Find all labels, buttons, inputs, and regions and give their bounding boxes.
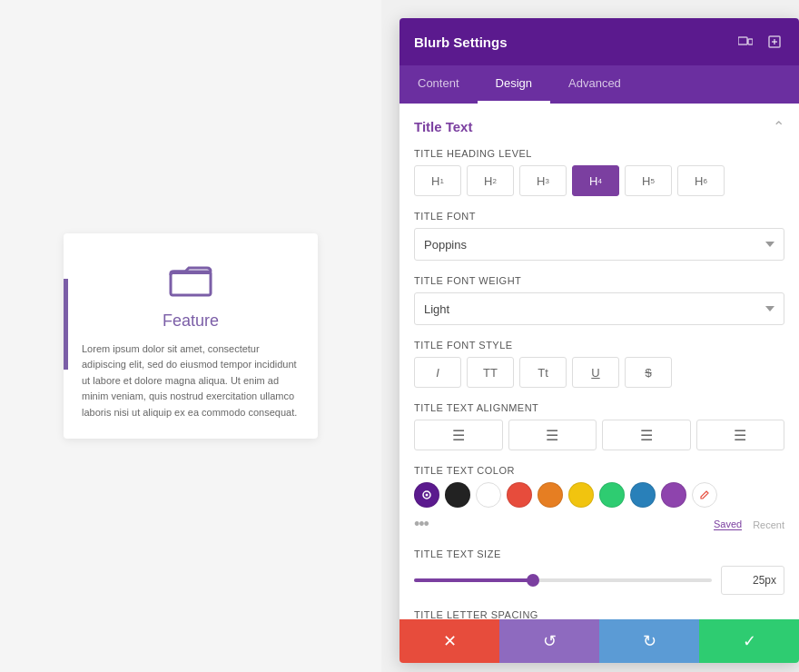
preview-area: Feature Lorem ipsum dolor sit amet, cons… bbox=[0, 0, 381, 672]
font-weight-label: Title Font Weight bbox=[414, 275, 784, 286]
color-red[interactable] bbox=[507, 482, 532, 508]
letter-spacing-label: Title Letter Spacing bbox=[414, 609, 784, 619]
font-group: Title Font Poppins bbox=[414, 211, 784, 261]
refresh-button[interactable]: ↻ bbox=[599, 619, 699, 663]
font-label: Title Font bbox=[414, 211, 784, 222]
color-edit[interactable] bbox=[692, 482, 717, 508]
tab-design[interactable]: Design bbox=[478, 65, 550, 104]
heading-buttons: H1 H2 H3 H4 H5 H6 bbox=[414, 165, 784, 196]
color-blue[interactable] bbox=[630, 482, 656, 508]
align-buttons: ☰ ☰ ☰ ☰ bbox=[414, 420, 784, 450]
heading-h6[interactable]: H6 bbox=[677, 165, 725, 196]
heading-h1[interactable]: H1 bbox=[414, 165, 461, 196]
svg-point-8 bbox=[426, 494, 429, 497]
heading-h3[interactable]: H3 bbox=[519, 165, 567, 196]
section-collapse-icon[interactable]: ⌃ bbox=[773, 118, 784, 135]
tab-advanced[interactable]: Advanced bbox=[550, 65, 639, 104]
font-select[interactable]: Poppins bbox=[414, 228, 784, 261]
responsive-icon[interactable] bbox=[735, 32, 755, 52]
align-right[interactable]: ☰ bbox=[602, 420, 691, 450]
panel-footer: ✕ ↺ ↻ ✓ bbox=[400, 619, 799, 663]
text-size-group: Title Text Size 25px bbox=[414, 548, 784, 595]
text-color-group: Title Text Color bbox=[414, 465, 784, 534]
color-more-btn[interactable]: ••• bbox=[414, 515, 429, 534]
align-justify[interactable]: ☰ bbox=[696, 420, 785, 450]
text-size-slider-row: 25px bbox=[414, 566, 784, 595]
align-left[interactable]: ☰ bbox=[414, 420, 503, 450]
font-style-label: Title Font Style bbox=[414, 340, 784, 351]
panel-title: Blurb Settings bbox=[414, 35, 508, 50]
color-black[interactable] bbox=[445, 482, 470, 508]
heading-h5[interactable]: H5 bbox=[625, 165, 672, 196]
style-buttons: I TT Tt U $ bbox=[414, 357, 784, 388]
heading-h2[interactable]: H2 bbox=[467, 165, 514, 196]
blurb-icon bbox=[169, 261, 212, 302]
text-color-label: Title Text Color bbox=[414, 465, 784, 476]
text-alignment-group: Title Text Alignment ☰ ☰ ☰ ☰ bbox=[414, 402, 784, 450]
letter-spacing-group: Title Letter Spacing -1px bbox=[414, 609, 784, 619]
panel-header: Blurb Settings bbox=[400, 18, 799, 65]
blurb-text: Lorem ipsum dolor sit amet, consectetur … bbox=[82, 341, 300, 421]
reset-button[interactable]: ↺ bbox=[499, 619, 599, 663]
text-size-fill bbox=[414, 578, 533, 582]
blurb-card: Feature Lorem ipsum dolor sit amet, cons… bbox=[64, 233, 318, 440]
cancel-button[interactable]: ✕ bbox=[400, 619, 499, 663]
panel-tabs: Content Design Advanced bbox=[400, 65, 799, 104]
section-title: Title Text bbox=[414, 119, 472, 134]
text-size-track[interactable] bbox=[414, 578, 712, 582]
panel-header-icons bbox=[735, 32, 784, 52]
style-underline[interactable]: U bbox=[572, 357, 619, 388]
settings-panel: Blurb Settings Content Design Advanced bbox=[400, 18, 799, 663]
style-italic[interactable]: I bbox=[414, 357, 461, 388]
tab-content[interactable]: Content bbox=[400, 65, 478, 104]
style-capitalize[interactable]: Tt bbox=[519, 357, 567, 388]
section-header: Title Text ⌃ bbox=[414, 118, 784, 135]
blurb-title: Feature bbox=[163, 311, 219, 331]
panel-body: Title Text ⌃ Title Heading Level H1 H2 H… bbox=[400, 104, 799, 619]
font-weight-select[interactable]: Light bbox=[414, 292, 784, 325]
save-button[interactable]: ✓ bbox=[699, 619, 799, 663]
text-alignment-label: Title Text Alignment bbox=[414, 402, 784, 413]
align-center[interactable]: ☰ bbox=[508, 420, 597, 450]
style-strikethrough[interactable]: $ bbox=[625, 357, 672, 388]
color-saved-tab[interactable]: Saved bbox=[714, 519, 742, 530]
text-size-input[interactable]: 25px bbox=[721, 566, 784, 595]
color-orange[interactable] bbox=[538, 482, 563, 508]
heading-h4[interactable]: H4 bbox=[572, 165, 619, 196]
font-style-group: Title Font Style I TT Tt U $ bbox=[414, 340, 784, 388]
heading-level-label: Title Heading Level bbox=[414, 148, 784, 159]
svg-rect-3 bbox=[748, 39, 753, 44]
svg-rect-0 bbox=[171, 272, 211, 295]
expand-icon[interactable] bbox=[764, 32, 784, 52]
text-size-label: Title Text Size bbox=[414, 548, 784, 559]
color-green[interactable] bbox=[599, 482, 625, 508]
svg-rect-1 bbox=[171, 272, 211, 274]
text-size-thumb[interactable] bbox=[527, 574, 539, 587]
color-purple[interactable] bbox=[661, 482, 686, 508]
color-row bbox=[414, 482, 784, 508]
color-white[interactable] bbox=[476, 482, 501, 508]
color-yellow[interactable] bbox=[568, 482, 594, 508]
svg-rect-2 bbox=[738, 37, 747, 44]
font-weight-group: Title Font Weight Light bbox=[414, 275, 784, 325]
style-uppercase[interactable]: TT bbox=[467, 357, 514, 388]
heading-level-group: Title Heading Level H1 H2 H3 H4 H5 H6 bbox=[414, 148, 784, 196]
color-picker-btn[interactable] bbox=[414, 482, 439, 508]
color-recent-tab[interactable]: Recent bbox=[753, 519, 784, 530]
